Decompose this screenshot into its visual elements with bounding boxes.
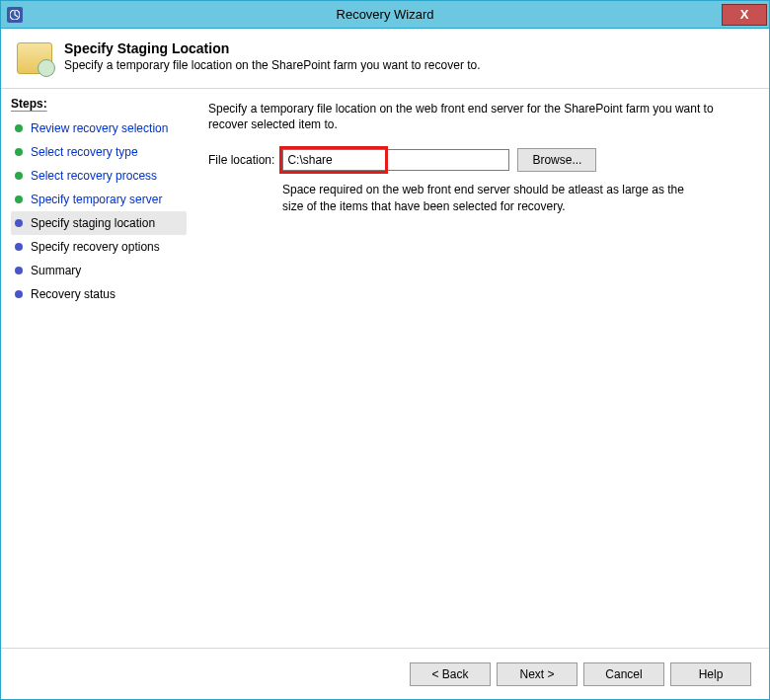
steps-heading: Steps: <box>11 97 187 111</box>
step-bullet-icon <box>15 172 23 180</box>
step-specify-temporary-server[interactable]: Specify temporary server <box>11 188 187 211</box>
page-header: Specify Staging Location Specify a tempo… <box>1 29 769 89</box>
step-label: Specify recovery options <box>31 240 160 254</box>
close-button[interactable]: X <box>722 4 767 26</box>
step-label: Select recovery process <box>31 169 157 183</box>
step-bullet-icon <box>15 219 23 227</box>
steps-sidebar: Steps: Review recovery selection Select … <box>1 89 191 648</box>
step-label: Recovery status <box>31 287 116 301</box>
step-bullet-icon <box>15 290 23 298</box>
step-select-recovery-type[interactable]: Select recovery type <box>11 140 187 164</box>
instruction-text: Specify a temporary file location on the… <box>208 101 751 132</box>
file-location-input[interactable] <box>282 149 509 171</box>
back-button[interactable]: < Back <box>410 662 491 686</box>
step-label: Specify temporary server <box>31 193 162 206</box>
page-subtitle: Specify a temporary file location on the… <box>64 58 481 72</box>
step-label: Specify staging location <box>31 216 155 230</box>
step-label: Summary <box>31 264 81 277</box>
file-location-input-wrap <box>282 149 509 171</box>
staging-folder-icon <box>17 42 52 74</box>
step-bullet-icon <box>15 148 23 156</box>
step-label: Select recovery type <box>31 145 138 159</box>
file-location-row: File location: Browse... <box>208 148 751 172</box>
next-button[interactable]: Next > <box>497 662 578 686</box>
help-button[interactable]: Help <box>670 662 751 686</box>
step-recovery-status[interactable]: Recovery status <box>11 282 187 306</box>
step-summary[interactable]: Summary <box>11 259 187 282</box>
app-icon <box>7 7 23 23</box>
page-title: Specify Staging Location <box>64 40 481 56</box>
recovery-wizard-window: Recovery Wizard X Specify Staging Locati… <box>0 0 770 700</box>
step-specify-staging-location[interactable]: Specify staging location <box>11 211 187 235</box>
file-location-label: File location: <box>208 153 274 167</box>
step-specify-recovery-options[interactable]: Specify recovery options <box>11 235 187 259</box>
step-label: Review recovery selection <box>31 121 168 135</box>
window-title: Recovery Wizard <box>1 7 769 22</box>
step-bullet-icon <box>15 195 23 203</box>
cancel-button[interactable]: Cancel <box>583 662 664 686</box>
space-required-note: Space required on the web front end serv… <box>282 182 707 213</box>
step-bullet-icon <box>15 267 23 274</box>
wizard-footer: < Back Next > Cancel Help <box>1 648 769 699</box>
main-pane: Specify a temporary file location on the… <box>191 89 769 648</box>
titlebar: Recovery Wizard X <box>1 1 769 29</box>
body-area: Steps: Review recovery selection Select … <box>1 89 769 648</box>
step-bullet-icon <box>15 124 23 132</box>
browse-button[interactable]: Browse... <box>517 148 596 172</box>
step-bullet-icon <box>15 243 23 251</box>
page-header-text: Specify Staging Location Specify a tempo… <box>64 40 481 72</box>
step-select-recovery-process[interactable]: Select recovery process <box>11 164 187 188</box>
step-review-recovery-selection[interactable]: Review recovery selection <box>11 117 187 140</box>
